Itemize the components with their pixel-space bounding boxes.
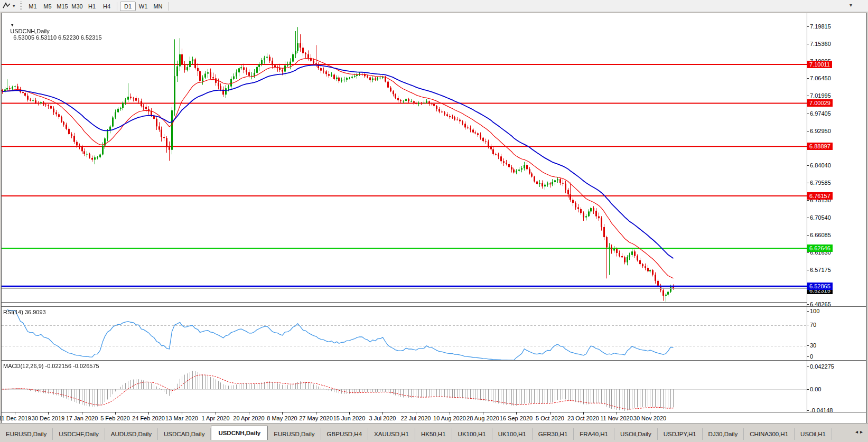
date-axis-tick (48, 412, 49, 415)
date-axis-tick (82, 412, 82, 415)
price-axis-tick (807, 183, 809, 183)
price-axis-tick (807, 235, 809, 236)
toolbar-separator (168, 2, 169, 11)
price-axis-tick (807, 304, 809, 305)
hline-price-tag: 6.76157 (807, 192, 833, 200)
chart-tab-eurusd-daily[interactable]: EURUSD,Daily (0, 428, 53, 440)
rsi-axis-tick (807, 345, 809, 346)
date-axis-tick (583, 412, 584, 415)
date-axis-label: 10 Aug 2020 (433, 415, 466, 421)
chart-tab-hk50-h1[interactable]: HK50,H1 (415, 428, 452, 440)
price-axis-label: 6.97405 (810, 110, 831, 117)
toolbar: ▾ M1M5M15M30H1H4D1W1MN ▾ (0, 0, 868, 12)
timeframe-button-m5[interactable]: M5 (40, 2, 55, 11)
date-axis-tick (115, 412, 116, 415)
chart-tab-china300-h1[interactable]: CHINA300,H1 (744, 428, 795, 440)
timeframe-button-w1[interactable]: W1 (136, 2, 151, 11)
timeframe-button-d1[interactable]: D1 (120, 2, 136, 11)
date-axis-tick (282, 412, 283, 415)
chart-tab-eurusd-daily[interactable]: EURUSD,Daily (268, 428, 321, 440)
date-axis-label: 3 Jul 2020 (369, 415, 396, 421)
chart-tab-ger30-h1[interactable]: GER30,H1 (533, 428, 574, 440)
price-axis-tick (807, 270, 809, 270)
hline-price-tag: 6.88897 (807, 143, 833, 150)
price-axis-label: 7.15360 (810, 41, 831, 47)
macd-axis-label: -0.04148 (810, 407, 833, 413)
date-axis-tick (483, 412, 483, 415)
macd-title: MACD(12,26,9) -0.022156 -0.026575 (3, 363, 99, 369)
line-studies-icon[interactable] (2, 2, 12, 10)
chart-tab-usdcnh-daily[interactable]: USDCNH,Daily (211, 426, 268, 440)
date-axis-tick (15, 412, 15, 415)
date-axis-tick (516, 412, 517, 415)
date-axis-label: 17 Jan 2020 (66, 415, 98, 421)
chart-tab-usoil-h1[interactable]: USOil,H1 (795, 428, 832, 440)
line-studies-dropdown-icon[interactable]: ▾ (13, 2, 15, 10)
rsi-axis-tick (807, 325, 809, 325)
date-axis-tick (316, 412, 316, 415)
chart-tab-usoil-daily[interactable]: USOil,Daily (614, 428, 658, 440)
hline-price-tag: 7.10011 (807, 61, 832, 68)
chart-tab-usdcad-daily[interactable]: USDCAD,Daily (158, 428, 211, 440)
price-axis-tick (807, 78, 809, 79)
chart-tab-gbpusd-h4[interactable]: GBPUSD,H4 (321, 428, 368, 440)
date-axis-label: 16 Sep 2020 (500, 415, 533, 421)
chart-tab-usdjpy-h1[interactable]: USDJPY,H1 (658, 428, 703, 440)
toolbar-overflow-icon[interactable]: ▾ (850, 2, 852, 8)
date-axis-label: 24 Feb 2020 (132, 415, 165, 421)
rsi-axis-label: 70 (810, 322, 816, 328)
hline-price-tag: 6.62646 (807, 244, 833, 252)
tab-scroll-left-icon[interactable]: ◂ (855, 429, 860, 435)
timeframe-button-mn[interactable]: MN (151, 2, 165, 11)
price-axis-line (807, 13, 807, 412)
timeframe-button-h4[interactable]: H4 (99, 2, 114, 11)
timeframe-button-h1[interactable]: H1 (85, 2, 99, 11)
date-axis-tick (249, 412, 249, 415)
date-axis-tick (382, 412, 383, 415)
date-axis-label: 22 Jul 2020 (401, 415, 431, 421)
timeframe-button-m30[interactable]: M30 (70, 2, 85, 11)
date-axis-label: 5 Feb 2020 (100, 415, 130, 421)
date-axis-label: 15 Jun 2020 (333, 415, 366, 421)
date-axis-tick (182, 412, 182, 415)
chart-tab-fra40-h1[interactable]: FRA40,H1 (574, 428, 614, 440)
chart-tab-uk100-h1[interactable]: UK100,H1 (452, 428, 492, 440)
date-axis-label: 28 Aug 2020 (466, 415, 499, 421)
chart-tab-usdchf-daily[interactable]: USDCHF,Daily (53, 428, 105, 440)
timeframe-toolbar: M1M5M15M30H1H4D1W1MN (25, 1, 171, 11)
rsi-axis-label: 0 (810, 353, 813, 360)
chart-tab-audusd-daily[interactable]: AUDUSD,Daily (105, 428, 158, 440)
price-axis-label: 6.70540 (810, 214, 831, 221)
panel-separator[interactable] (2, 360, 866, 361)
date-axis-label: 30 Nov 2020 (633, 415, 666, 421)
timeframe-button-m1[interactable]: M1 (25, 2, 40, 11)
date-axis-label: 5 Oct 2020 (536, 415, 564, 421)
rsi-title: RSI(14) 36.9093 (3, 309, 46, 315)
toolbar-grip[interactable] (20, 2, 22, 10)
date-axis-label: 20 Apr 2020 (233, 415, 264, 421)
main-chart-canvas[interactable] (2, 13, 807, 306)
rsi-axis-tick (807, 311, 809, 312)
chart-title-ohlc: 6.53005 6.53110 6.52230 6.52315 (13, 34, 101, 41)
macd-panel-canvas[interactable] (2, 361, 807, 411)
rsi-axis-tick (807, 356, 809, 357)
chart-tab-uk100-h1[interactable]: UK100,H1 (492, 428, 533, 440)
price-axis-label: 7.06450 (810, 75, 831, 81)
macd-axis-tick (807, 410, 809, 411)
rsi-axis-label: 30 (810, 342, 816, 349)
panel-separator[interactable] (2, 306, 866, 307)
symbol-marker-icon[interactable]: ▼ (10, 23, 14, 27)
date-axis-label: 11 Nov 2020 (600, 415, 633, 421)
date-axis-tick (349, 412, 350, 415)
timeframe-button-m15[interactable]: M15 (55, 2, 70, 11)
mt4-window: ▾ M1M5M15M30H1H4D1W1MN ▾ ▼ USDCNH,Daily … (0, 0, 868, 442)
price-axis-tick (807, 165, 809, 166)
price-axis-tick (807, 252, 809, 253)
price-axis-tick (807, 131, 809, 131)
date-axis-label: 27 May 2020 (299, 415, 333, 421)
chart-tab-dj30-daily[interactable]: DJ30,Daily (703, 428, 744, 440)
rsi-panel-canvas[interactable] (2, 307, 807, 360)
tab-scroll-right-icon[interactable]: ▸ (860, 429, 865, 435)
date-axis-tick (617, 412, 617, 415)
chart-tab-xauusd-h1[interactable]: XAUUSD,H1 (368, 428, 415, 440)
